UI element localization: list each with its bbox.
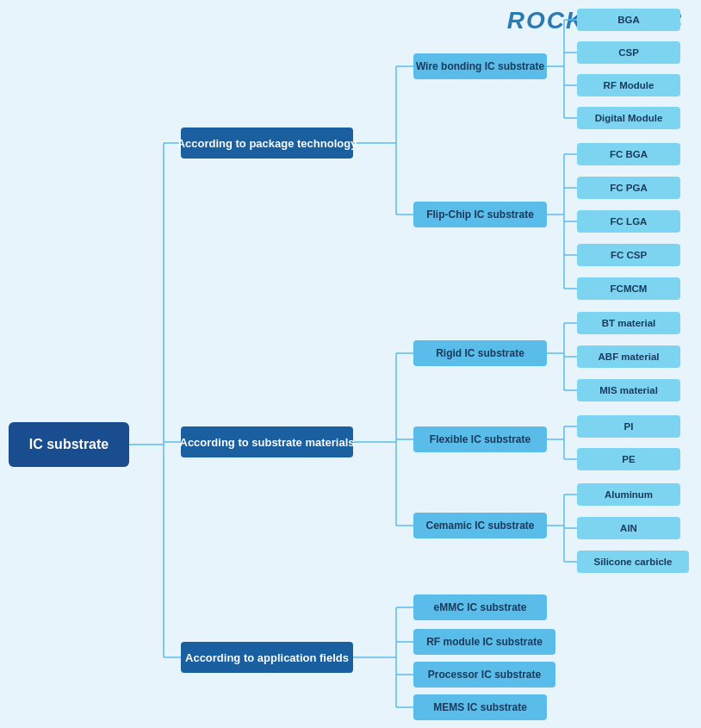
- app-rfic: RF module IC substrate: [413, 629, 555, 655]
- leaf-fcbga: FC BGA: [577, 143, 680, 165]
- leaf-fccsp: FC CSP: [577, 244, 680, 266]
- app-emmc: eMMC IC substrate: [413, 594, 547, 620]
- leaf-fclga: FC LGA: [577, 210, 680, 233]
- leaf-rfmod: RF Module: [577, 74, 680, 96]
- leaf-csp: CSP: [577, 41, 680, 64]
- sub-wirebond: Wire bonding IC substrate: [413, 53, 547, 79]
- leaf-sic: Silicone carbicle: [577, 551, 689, 573]
- category-package: According to package technology: [181, 128, 353, 159]
- leaf-fcmcm: FCMCM: [577, 277, 680, 300]
- diagram-canvas: ROCKET PCB: [0, 0, 701, 728]
- sub-ceramic: Cemamic IC substrate: [413, 513, 547, 538]
- leaf-fcpga: FC PGA: [577, 177, 680, 199]
- category-application: According to application fields: [181, 642, 353, 673]
- app-mems: MEMS IC substrate: [413, 694, 547, 720]
- leaf-btmat: BT material: [577, 312, 680, 334]
- leaf-digmod: Digital Module: [577, 107, 680, 129]
- app-proc: Processor IC substrate: [413, 662, 555, 688]
- sub-flipchip: Flip-Chip IC substrate: [413, 202, 547, 227]
- sub-flexible: Flexible IC substrate: [413, 426, 547, 452]
- sub-rigid: Rigid IC substrate: [413, 340, 547, 366]
- leaf-bga: BGA: [577, 9, 680, 31]
- leaf-mismat: MIS material: [577, 379, 680, 401]
- leaf-abfmat: ABF material: [577, 345, 680, 368]
- root-node: IC substrate: [9, 422, 129, 467]
- category-materials: According to substrate materials: [181, 426, 353, 457]
- leaf-pe: PE: [577, 448, 680, 470]
- leaf-aln: AlN: [577, 517, 680, 539]
- leaf-alum: Aluminum: [577, 483, 680, 506]
- leaf-pi: PI: [577, 415, 680, 438]
